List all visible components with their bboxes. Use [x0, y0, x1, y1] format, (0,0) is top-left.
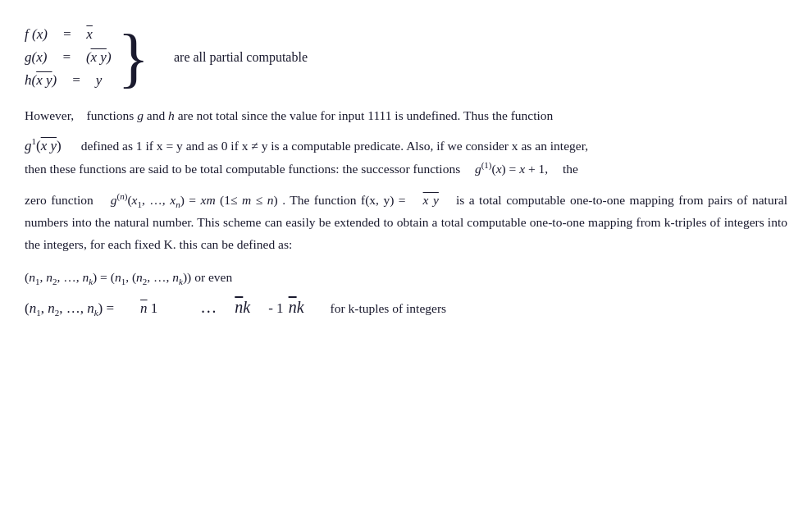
tuple-eq1-text: (n1, n2, …, nk) = (n1, (n2, …, nk)) or e… — [25, 270, 232, 284]
eq-g-rhs: (x y) — [86, 49, 112, 66]
eq-row-g: g(x) = (x y) — [25, 49, 112, 66]
tuple-eq2-nk2: nk — [289, 298, 304, 317]
para3-end: the — [563, 162, 578, 176]
gn-formula: g(n)(x1, …, xn) = xm (1≤ m ≤ n) — [111, 193, 282, 207]
tuple-eq2-n1: n 1 — [140, 300, 157, 317]
function-fxy-label: The function f(x, y) = — [290, 193, 405, 207]
bottom-formula: (n1, n2, …, nk) = n 1 … nk - 1 nk for k-… — [25, 298, 787, 318]
period-text: . — [282, 193, 285, 207]
zero-func-label: zero function — [25, 193, 94, 207]
tuple-eq2-end: for k-tuples of integers — [331, 301, 447, 316]
fxy-formula: x y — [423, 193, 439, 207]
g1-succ-formula: g(1)(x) = x + 1, — [475, 162, 551, 176]
g1-description: defined as 1 if x = y and as 0 if x ≠ y … — [81, 139, 588, 153]
are-all-partial-label: are all partial computable — [174, 50, 308, 65]
g1-formula: g1(x y) — [25, 136, 62, 154]
eq-h-lhs: h(x y) — [25, 72, 57, 89]
eq-f-equals: = — [62, 26, 71, 43]
eq-g-equals: = — [62, 49, 71, 66]
g1-formula-line: g1(x y) defined as 1 if x = y and as 0 i… — [25, 136, 787, 154]
tuple-eq2-ellipsis: … — [200, 298, 217, 317]
big-brace: } — [118, 25, 149, 90]
eq-f-rhs: x — [86, 26, 93, 43]
brace-section: f (x) = x g(x) = (x y) h(x y) = y } — [25, 25, 787, 90]
eq-h-equals: = — [71, 72, 80, 89]
eq-f-lhs: f (x) — [25, 26, 48, 43]
para3-start: then these functions are said to be tota… — [25, 162, 460, 176]
equations-list: f (x) = x g(x) = (x y) h(x y) = y — [25, 26, 112, 89]
tuple-section: (n1, n2, …, nk) = (n1, (n2, …, nk)) or e… — [25, 267, 787, 318]
eq-h-rhs: y — [96, 72, 103, 89]
paragraph-1: However, functions g and h are not total… — [25, 105, 787, 126]
tuple-eq2-minus1: - 1 — [268, 300, 283, 317]
tuple-eq2-nk: nk — [235, 298, 250, 317]
tuple-eq1: (n1, n2, …, nk) = (n1, (n2, …, nk)) or e… — [25, 267, 787, 290]
paragraph-4: zero function g(n)(x1, …, xn) = xm (1≤ m… — [25, 189, 787, 256]
page-content: f (x) = x g(x) = (x y) h(x y) = y } — [25, 25, 787, 318]
paragraph-3: then these functions are said to be tota… — [25, 158, 787, 181]
eq-g-lhs: g(x) — [25, 49, 47, 66]
para1-text: However, functions g and h are not total… — [25, 108, 553, 122]
eq-row-h: h(x y) = y — [25, 72, 112, 89]
tuple-eq2-lhs: (n1, n2, …, nk) = — [25, 300, 114, 318]
eq-row-f: f (x) = x — [25, 26, 112, 43]
